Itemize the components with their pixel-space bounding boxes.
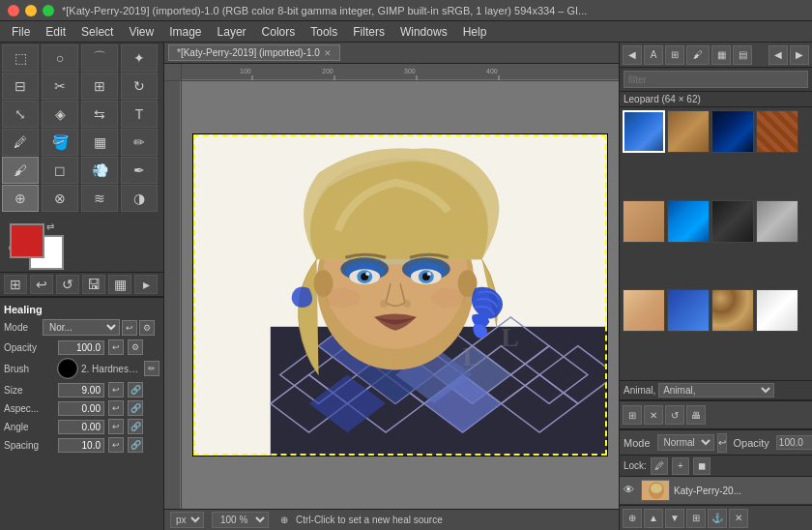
- redo-icon[interactable]: ↺: [56, 275, 79, 294]
- pattern-cell-skin[interactable]: [623, 200, 665, 243]
- canvas-tab[interactable]: *[Katy-Perry-2019] (imported)-1.0 ✕: [168, 44, 340, 61]
- foreground-color-box[interactable]: [10, 223, 44, 258]
- close-button[interactable]: [8, 5, 19, 16]
- bucket-fill-tool[interactable]: 🪣: [42, 129, 78, 156]
- lock-all-btn[interactable]: ◼: [693, 457, 710, 475]
- layers-mode-reset[interactable]: ↩: [717, 433, 727, 453]
- duplicate-layer-btn[interactable]: ⊞: [686, 509, 706, 528]
- pattern-cell-wood[interactable]: [756, 110, 798, 153]
- scale-tool[interactable]: ⤡: [2, 101, 39, 128]
- maximize-button[interactable]: [43, 5, 54, 16]
- scissors-tool[interactable]: ✂: [42, 73, 78, 100]
- image-frame[interactable]: L L: [192, 133, 608, 456]
- spacing-reset-btn[interactable]: ↩: [108, 437, 124, 453]
- angle-reset-btn[interactable]: ↩: [108, 419, 124, 434]
- menu-image[interactable]: Image: [161, 23, 209, 41]
- pattern-cell-spots[interactable]: [711, 289, 754, 332]
- patterns-nav-back[interactable]: ◀: [623, 45, 642, 65]
- spacing-chain-btn[interactable]: 🔗: [128, 437, 143, 453]
- smudge-tool[interactable]: ≋: [81, 185, 118, 212]
- pattern-icon[interactable]: ▦: [711, 45, 731, 65]
- menu-filters[interactable]: Filters: [345, 23, 392, 41]
- layer-visibility-icon[interactable]: 👁: [624, 484, 637, 497]
- configure-icon[interactable]: ▸: [134, 275, 158, 294]
- save-icon[interactable]: 🖫: [82, 275, 105, 294]
- layers-opacity-input[interactable]: [776, 435, 812, 450]
- quick-mask-icon[interactable]: ▦: [108, 275, 131, 294]
- pattern-cell-blue3[interactable]: [667, 289, 710, 332]
- canvas-tab-close[interactable]: ✕: [324, 48, 332, 58]
- text-tool[interactable]: T: [121, 101, 158, 128]
- aspect-reset-btn[interactable]: ↩: [108, 400, 124, 416]
- swap-colors-icon[interactable]: ⇄: [46, 221, 54, 232]
- lower-layer-btn[interactable]: ▼: [665, 509, 684, 528]
- pattern-cell-white[interactable]: [756, 289, 798, 332]
- pattern-cell-skin2[interactable]: [623, 289, 665, 332]
- brush-edit-btn[interactable]: ✏: [144, 361, 160, 376]
- menu-file[interactable]: File: [4, 23, 38, 41]
- pattern-cell-fabric-darkblue[interactable]: [711, 110, 754, 153]
- spacing-input[interactable]: [58, 438, 104, 453]
- nav-back-btn[interactable]: ◀: [768, 45, 788, 65]
- opacity-reset-btn[interactable]: ↩: [108, 339, 124, 355]
- menu-select[interactable]: Select: [73, 23, 121, 41]
- duplicate-pattern-btn[interactable]: ✕: [644, 405, 663, 425]
- grid-icon[interactable]: ⊞: [665, 45, 684, 65]
- size-input[interactable]: [58, 383, 104, 398]
- anchor-layer-btn[interactable]: ⚓: [708, 509, 727, 528]
- filter-input[interactable]: [624, 71, 808, 88]
- angle-chain-btn[interactable]: 🔗: [128, 419, 143, 434]
- crop-tool[interactable]: ⊞: [81, 73, 118, 100]
- lock-position-btn[interactable]: +: [672, 457, 689, 475]
- pattern-tag-select[interactable]: Animal,: [658, 383, 774, 398]
- dodge-burn-tool[interactable]: ◑: [121, 185, 158, 212]
- angle-input[interactable]: [58, 420, 104, 434]
- raise-layer-btn[interactable]: ▲: [644, 509, 663, 528]
- pattern-cell-fur-brown[interactable]: [667, 110, 710, 153]
- save-pattern-btn[interactable]: 🖶: [686, 405, 706, 425]
- layer-item[interactable]: 👁 Katy-Perry-20...: [620, 477, 812, 505]
- foreground-select-tool[interactable]: ⊟: [2, 73, 39, 100]
- lock-pixels-btn[interactable]: 🖉: [651, 457, 668, 475]
- menu-edit[interactable]: Edit: [38, 23, 73, 41]
- pattern-cell-leopard-blue[interactable]: [623, 110, 665, 153]
- menu-layer[interactable]: Layer: [210, 23, 254, 41]
- fuzzy-select-tool[interactable]: ✦: [121, 44, 158, 72]
- zoom-select[interactable]: 100 %: [212, 512, 269, 528]
- menu-help[interactable]: Help: [455, 23, 495, 41]
- pattern-cell-dark[interactable]: [711, 200, 754, 243]
- mode-reset-btn[interactable]: ↩: [122, 320, 137, 336]
- ellipse-select-tool[interactable]: ○: [42, 44, 78, 72]
- brush-preview[interactable]: [57, 358, 78, 379]
- airbrush-tool[interactable]: 💨: [81, 157, 118, 184]
- gradient-tool[interactable]: ▦: [81, 129, 118, 156]
- refresh-pattern-btn[interactable]: ↺: [665, 405, 684, 425]
- mode-settings-btn[interactable]: ⚙: [139, 320, 155, 336]
- unit-select[interactable]: px: [170, 512, 204, 528]
- window-controls[interactable]: [8, 5, 54, 16]
- rect-select-tool[interactable]: ⬚: [2, 44, 39, 72]
- brush-icon[interactable]: 🖌: [686, 45, 710, 65]
- color-picker-tool[interactable]: 🖉: [2, 129, 39, 156]
- gradient-btn[interactable]: ▤: [733, 45, 752, 65]
- menu-colors[interactable]: Colors: [254, 23, 304, 41]
- size-reset-btn[interactable]: ↩: [108, 382, 124, 398]
- font-icon[interactable]: A: [644, 45, 663, 65]
- menu-view[interactable]: View: [121, 23, 161, 41]
- paintbrush-tool[interactable]: 🖌: [2, 157, 39, 184]
- rotate-tool[interactable]: ↻: [121, 73, 158, 100]
- ink-tool[interactable]: ✒: [121, 157, 158, 184]
- layers-mode-select[interactable]: Normal: [657, 434, 714, 451]
- undo-icon[interactable]: ↩: [30, 275, 53, 294]
- menu-tools[interactable]: Tools: [303, 23, 345, 41]
- pattern-cell-blue2[interactable]: [667, 200, 710, 243]
- new-pattern-btn[interactable]: ⊞: [623, 405, 642, 425]
- aspect-chain-btn[interactable]: 🔗: [128, 400, 143, 416]
- minimize-button[interactable]: [25, 5, 37, 16]
- eraser-tool[interactable]: ◻: [42, 157, 78, 184]
- new-layer-btn[interactable]: ⊕: [623, 509, 642, 528]
- perspective-tool[interactable]: ◈: [42, 101, 78, 128]
- pattern-cell-grey[interactable]: [756, 200, 798, 243]
- free-select-tool[interactable]: ⌒: [81, 44, 118, 72]
- clone-tool[interactable]: ⊗: [42, 185, 78, 212]
